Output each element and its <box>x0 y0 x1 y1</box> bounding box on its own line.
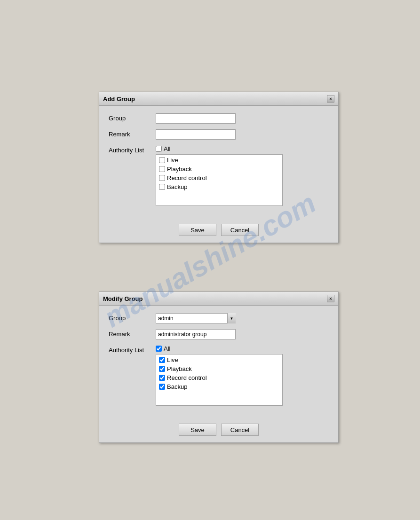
add-group-playback-label: Playback <box>167 165 192 173</box>
add-group-record-checkbox[interactable] <box>159 175 165 181</box>
modify-group-playback-checkbox[interactable] <box>159 366 165 372</box>
close-icon: × <box>329 296 332 301</box>
modify-group-titlebar: Modify Group × <box>99 292 338 306</box>
close-icon: × <box>329 96 332 102</box>
add-group-body: Group Remark Authority List All Live <box>99 106 338 219</box>
modify-group-select[interactable]: admin user guest <box>156 313 236 323</box>
modify-group-group-row: Group admin user guest ▼ <box>109 313 329 323</box>
add-group-cancel-button[interactable]: Cancel <box>221 224 259 236</box>
modify-group-cancel-button[interactable]: Cancel <box>221 424 259 436</box>
modify-group-save-button[interactable]: Save <box>179 424 216 436</box>
modify-group-body: Group admin user guest ▼ Remark Authorit… <box>99 306 338 419</box>
list-item: Playback <box>159 165 279 173</box>
add-group-authority-row: Authority List All Live Playback <box>109 145 329 206</box>
modify-group-group-label: Group <box>109 313 156 322</box>
modify-group-close-button[interactable]: × <box>327 295 334 302</box>
list-item: Playback <box>159 365 279 372</box>
add-group-live-checkbox[interactable] <box>159 157 165 163</box>
add-group-save-button[interactable]: Save <box>179 224 216 236</box>
modify-group-record-label: Record control <box>167 374 207 381</box>
add-group-dialog: Add Group × Group Remark Authority List … <box>99 92 339 243</box>
modify-group-dialog: Modify Group × Group admin user guest ▼ … <box>99 292 339 443</box>
modify-group-remark-input[interactable] <box>156 329 236 339</box>
add-group-footer: Save Cancel <box>99 219 338 243</box>
modify-group-footer: Save Cancel <box>99 419 338 442</box>
add-group-record-label: Record control <box>167 174 207 181</box>
add-group-group-input[interactable] <box>156 113 236 124</box>
add-group-close-button[interactable]: × <box>327 95 334 102</box>
add-group-group-row: Group <box>109 113 329 124</box>
add-group-playback-checkbox[interactable] <box>159 166 165 172</box>
add-group-remark-row: Remark <box>109 129 329 140</box>
add-group-titlebar: Add Group × <box>99 92 338 106</box>
add-group-remark-input[interactable] <box>156 129 236 140</box>
modify-group-authority-row: Authority List All Live Playback <box>109 345 329 406</box>
add-group-authority-list[interactable]: Live Playback Record control Backup <box>156 154 283 206</box>
list-item: Record control <box>159 174 279 181</box>
add-group-group-label: Group <box>109 113 156 122</box>
modify-group-title: Modify Group <box>103 295 143 302</box>
modify-group-all-row: All <box>156 345 283 352</box>
modify-group-playback-label: Playback <box>167 365 192 372</box>
list-item: Live <box>159 157 279 164</box>
add-group-live-label: Live <box>167 157 178 164</box>
add-group-remark-label: Remark <box>109 129 156 138</box>
modify-group-all-checkbox[interactable] <box>156 346 162 352</box>
list-item: Backup <box>159 383 279 390</box>
add-group-backup-label: Backup <box>167 183 187 190</box>
add-group-all-row: All <box>156 145 283 152</box>
add-group-all-checkbox[interactable] <box>156 146 162 152</box>
modify-group-all-label: All <box>164 345 170 352</box>
modify-group-backup-label: Backup <box>167 383 187 390</box>
modify-group-authority-label: Authority List <box>109 345 156 354</box>
list-item: Record control <box>159 374 279 381</box>
modify-group-live-checkbox[interactable] <box>159 357 165 363</box>
list-item: Backup <box>159 183 279 190</box>
modify-group-remark-label: Remark <box>109 329 156 338</box>
modify-group-remark-row: Remark <box>109 329 329 339</box>
list-item: Live <box>159 356 279 363</box>
modify-group-authority-list[interactable]: Live Playback Record control Backup <box>156 354 283 406</box>
modify-group-backup-checkbox[interactable] <box>159 384 165 390</box>
add-group-all-label: All <box>164 145 170 152</box>
modify-group-record-checkbox[interactable] <box>159 375 165 381</box>
modify-group-select-wrapper: admin user guest ▼ <box>156 313 236 323</box>
add-group-backup-checkbox[interactable] <box>159 184 165 190</box>
add-group-authority-label: Authority List <box>109 145 156 154</box>
modify-group-authority-area: All Live Playback Record control <box>156 345 283 406</box>
add-group-title: Add Group <box>103 95 135 102</box>
add-group-authority-area: All Live Playback Record control <box>156 145 283 206</box>
modify-group-live-label: Live <box>167 356 178 363</box>
